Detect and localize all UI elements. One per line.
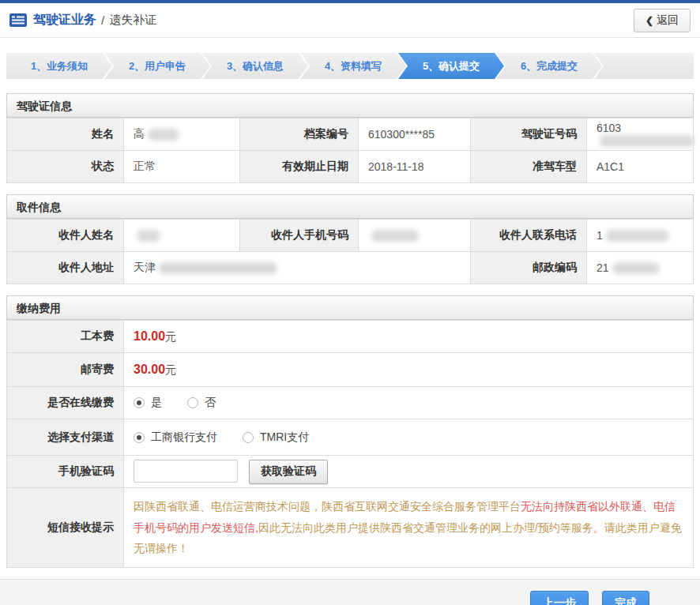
section-license-info: 驾驶证信息 姓名 高 档案编号 610300****85 驾驶证号码 6103 … [6,93,694,183]
pickup-info-table: 收件人姓名 收件人手机号码 收件人联系电话 1 收件人地址 天津 邮政编码 21 [6,219,694,284]
radio-selected-icon [134,397,145,408]
fees-table: 工本费 10.00元 邮寄费 30.00元 是否在线缴费 是 否 选择支付渠道 … [6,320,694,568]
expiry-label: 有效期止日期 [240,151,359,183]
address-value: 天津 [124,252,471,284]
page-header: 驾驶证业务 / 遗失补证 ❮返回 [0,3,700,38]
back-button-label: 返回 [657,13,679,26]
chevron-left-icon: ❮ [645,15,653,26]
back-button[interactable]: ❮返回 [634,9,691,32]
recipient-mobile-label: 收件人手机号码 [240,220,359,252]
pay-channel-label: 选择支付渠道 [7,419,124,456]
captcha-label: 手机验证码 [7,456,124,488]
license-info-table: 姓名 高 档案编号 610300****85 驾驶证号码 6103 状态 正常 … [6,118,694,183]
recipient-phone-label: 收件人联系电话 [471,220,587,252]
redaction-blur [600,135,694,147]
step-2-user-declaration: 2、用户申告 [104,53,210,79]
table-row: 收件人姓名 收件人手机号码 收件人联系电话 1 [7,220,694,252]
recipient-name-value [124,220,240,252]
redaction-blur [137,230,160,242]
radio-channel-tmri-label: TMRI支付 [260,430,309,445]
recipient-phone-value: 1 [587,220,694,252]
captcha-input[interactable] [134,460,238,483]
section-title-license: 驾驶证信息 [6,93,694,118]
sms-notice-part1: 因陕西省联通、电信运营商技术问题，陕西省互联网交通安全综合服务管理平台 [134,500,521,513]
status-value: 正常 [124,151,240,183]
breadcrumb-separator: / [101,13,104,27]
section-title-fees: 缴纳费用 [6,295,694,320]
post-fee-value: 30.00元 [124,353,694,387]
section-title-pickup: 取件信息 [6,194,694,219]
form-list-icon [9,13,27,27]
work-fee-label: 工本费 [7,321,124,353]
redaction-blur [371,230,419,242]
get-captcha-button[interactable]: 获取验证码 [249,460,328,484]
status-label: 状态 [7,151,124,183]
table-row: 收件人地址 天津 邮政编码 21 [7,252,694,284]
radio-selected-icon [134,432,145,443]
work-fee-unit: 元 [165,330,176,343]
radio-online-no[interactable]: 否 [187,396,216,410]
redaction-blur [612,262,660,274]
radio-channel-icbc[interactable]: 工商银行支付 [134,430,217,445]
post-fee-unit: 元 [165,363,176,376]
finish-button[interactable]: 完成 [602,591,649,605]
radio-online-yes-label: 是 [151,396,162,410]
radio-unselected-icon [187,397,198,408]
postcode-label: 邮政编码 [471,252,587,284]
table-row: 邮寄费 30.00元 [7,353,694,387]
step-3-confirm-info: 3、确认信息 [202,53,308,79]
radio-online-no-label: 否 [205,396,216,410]
section-fees: 缴纳费用 工本费 10.00元 邮寄费 30.00元 是否在线缴费 是 否 选择… [6,295,694,568]
redaction-blur [606,230,669,242]
post-fee-amount: 30.00 [134,363,165,376]
radio-online-yes[interactable]: 是 [134,396,162,410]
step-4-fill-data: 4、资料填写 [300,53,406,79]
steps-filler [594,53,694,79]
step-1-business-notice: 1、业务须知 [6,53,112,79]
work-fee-amount: 10.00 [134,329,165,343]
table-row: 状态 正常 有效期止日期 2018-11-18 准驾车型 A1C1 [7,151,694,183]
breadcrumb-current: 遗失补证 [109,13,156,28]
pay-channel-options: 工商银行支付 TMRI支付 [124,419,694,456]
page-title: 驾驶证业务 [33,12,96,28]
redaction-blur [148,129,179,141]
file-no-value: 610300****85 [359,118,471,151]
name-label: 姓名 [7,118,124,151]
name-value: 高 [124,118,240,151]
step-6-finish-submit: 6、完成提交 [496,53,602,79]
postcode-value: 21 [587,252,694,284]
sms-notice-label: 短信接收提示 [7,488,124,568]
table-row: 手机验证码 获取验证码 [7,456,694,488]
table-row: 姓名 高 档案编号 610300****85 驾驶证号码 6103 [7,118,694,151]
radio-channel-icbc-label: 工商银行支付 [151,430,217,445]
table-row: 短信接收提示 因陕西省联通、电信运营商技术问题，陕西省互联网交通安全综合服务管理… [7,488,694,568]
work-fee-value: 10.00元 [124,321,694,353]
section-pickup-info: 取件信息 收件人姓名 收件人手机号码 收件人联系电话 1 收件人地址 天津 邮政… [6,194,694,284]
recipient-mobile-value [359,220,471,252]
recipient-name-label: 收件人姓名 [7,220,124,252]
radio-channel-tmri[interactable]: TMRI支付 [243,430,309,445]
table-row: 工本费 10.00元 [7,321,694,353]
online-pay-options: 是 否 [124,387,694,419]
expiry-value: 2018-11-18 [359,151,471,183]
footer-action-bar: 上一步 完成 [0,579,700,605]
vehicle-type-label: 准驾车型 [471,151,587,183]
license-no-value: 6103 [587,118,694,151]
vehicle-type-value: A1C1 [587,151,694,183]
table-row: 选择支付渠道 工商银行支付 TMRI支付 [7,419,694,456]
wizard-steps: 1、业务须知 2、用户申告 3、确认信息 4、资料填写 5、确认提交 6、完成提… [6,53,694,79]
post-fee-label: 邮寄费 [7,353,124,387]
address-label: 收件人地址 [7,252,124,284]
file-no-label: 档案编号 [240,118,359,151]
license-no-label: 驾驶证号码 [471,118,587,151]
step-5-confirm-submit: 5、确认提交 [398,53,504,79]
online-pay-label: 是否在线缴费 [7,387,124,419]
sms-notice-text: 因陕西省联通、电信运营商技术问题，陕西省互联网交通安全综合服务管理平台无法向持陕… [124,488,694,568]
previous-step-button[interactable]: 上一步 [530,591,589,605]
captcha-row: 获取验证码 [124,456,694,488]
table-row: 是否在线缴费 是 否 [7,387,694,419]
radio-unselected-icon [243,432,254,443]
redaction-blur [159,262,277,274]
